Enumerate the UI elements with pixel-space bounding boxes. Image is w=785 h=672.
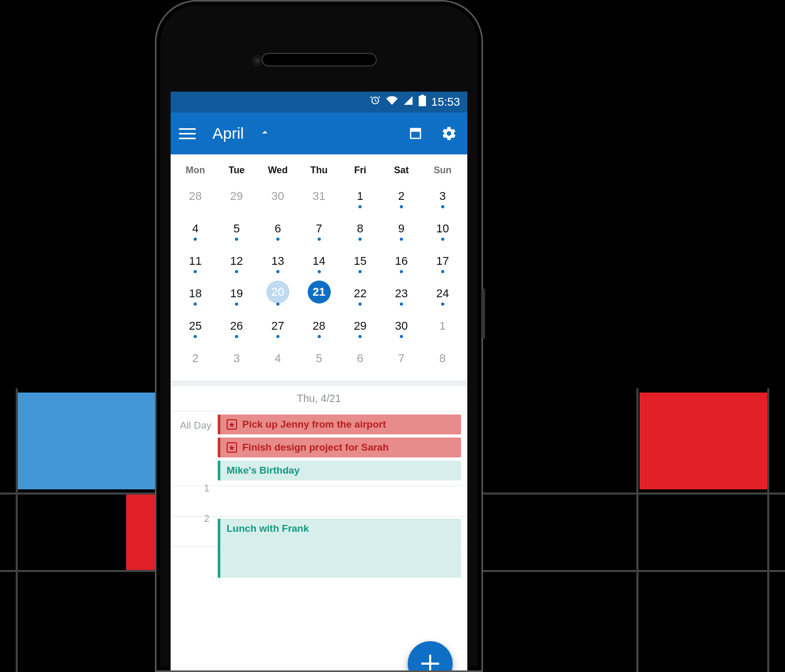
alarm-icon [369,95,381,109]
battery-icon [419,95,426,109]
svg-rect-0 [411,129,421,132]
calendar-day[interactable]: 20 [257,277,298,310]
menu-icon[interactable] [179,125,196,142]
event-title: Finish design project for Sarah [242,442,389,453]
bg-gridline [636,388,638,672]
calendar-day[interactable]: 19 [216,277,257,310]
settings-icon[interactable] [439,124,459,143]
timed-event[interactable]: Lunch with Frank [218,519,461,578]
calendar-day[interactable]: 28 [298,310,340,342]
star-icon: ★ [227,419,237,430]
calendar-day[interactable]: 6 [257,212,298,245]
calendar-day[interactable]: 13 [257,245,298,277]
calendar-day[interactable]: 6 [340,342,381,375]
day-header: Sun [422,158,463,180]
calendar-day[interactable]: 4 [257,342,298,375]
calendar-day[interactable]: 12 [216,245,257,277]
status-bar: 15:53 [171,92,467,113]
star-icon: ★ [227,442,237,453]
calendar-day[interactable]: 31 [298,180,340,212]
calendar-day[interactable]: 23 [381,277,422,310]
calendar-day[interactable]: 1 [422,310,463,342]
calendar-day[interactable]: 10 [422,212,463,245]
day-header: Fri [340,158,381,180]
calendar-day[interactable]: 2 [175,342,216,375]
section-divider [171,381,467,386]
calendar-day[interactable]: 16 [381,245,422,277]
all-day-label: All Day [177,415,218,480]
day-header: Thu [298,158,340,180]
calendar-day[interactable]: 7 [298,212,340,245]
wifi-icon [386,95,398,109]
all-day-event[interactable]: ★Pick up Jenny from the airport [218,415,461,434]
phone-frame: 15:53 April MonTueWedThuFriSatSun 282930… [155,0,483,672]
day-header: Mon [175,158,216,180]
app-bar: April [171,113,467,154]
hour-label: 1 [171,481,218,511]
all-day-event[interactable]: Mike's Birthday [218,461,461,480]
calendar-day[interactable]: 2 [381,180,422,212]
calendar-day[interactable]: 14 [298,245,340,277]
day-header: Sat [381,158,422,180]
calendar-day[interactable]: 22 [340,277,381,310]
event-title: Mike's Birthday [227,465,300,476]
calendar-day[interactable]: 21 [298,277,340,310]
phone-screen: 15:53 April MonTueWedThuFriSatSun 282930… [171,92,467,670]
calendar-day[interactable]: 29 [340,310,381,342]
day-header: Tue [216,158,257,180]
calendar-day[interactable]: 25 [175,310,216,342]
calendar-day[interactable]: 3 [216,342,257,375]
calendar-day[interactable]: 24 [422,277,463,310]
all-day-section: All Day ★Pick up Jenny from the airport★… [171,411,467,486]
hour-row[interactable]: 2Lunch with Frank [171,517,467,547]
bg-block-red-right [640,393,768,489]
calendar-day[interactable]: 5 [216,212,257,245]
phone-side-button [482,288,485,339]
hour-label: 2 [171,511,218,541]
bg-gridline [767,388,769,672]
month-calendar: MonTueWedThuFriSatSun 282930311234567891… [171,154,467,381]
calendar-day[interactable]: 5 [298,342,340,375]
calendar-day[interactable]: 8 [422,342,463,375]
calendar-day[interactable]: 17 [422,245,463,277]
calendar-day[interactable]: 29 [216,180,257,212]
day-header: Wed [257,158,298,180]
event-title: Pick up Jenny from the airport [242,419,386,430]
calendar-day[interactable]: 30 [257,180,298,212]
agenda-date-header: Thu, 4/21 [171,386,467,411]
add-event-fab[interactable] [408,641,453,670]
bg-block-blue [17,393,155,489]
chevron-up-icon[interactable] [259,126,271,141]
calendar-day[interactable]: 1 [340,180,381,212]
bg-gridline [16,388,18,672]
calendar-day[interactable]: 11 [175,245,216,277]
calendar-day[interactable]: 9 [381,212,422,245]
calendar-day[interactable]: 26 [216,310,257,342]
calendar-day[interactable]: 8 [340,212,381,245]
all-day-event[interactable]: ★Finish design project for Sarah [218,438,461,457]
calendar-day[interactable]: 30 [381,310,422,342]
today-icon[interactable] [406,124,425,143]
calendar-day[interactable]: 7 [381,342,422,375]
calendar-day[interactable]: 28 [175,180,216,212]
month-picker[interactable]: April [212,125,244,142]
calendar-day[interactable]: 3 [422,180,463,212]
signal-icon [403,95,413,109]
bg-block-red-left [126,495,155,570]
calendar-day[interactable]: 15 [340,245,381,277]
calendar-day[interactable]: 18 [175,277,216,310]
calendar-day[interactable]: 4 [175,212,216,245]
calendar-day[interactable]: 27 [257,310,298,342]
status-time: 15:53 [431,95,460,109]
earpiece-speaker [262,53,377,66]
